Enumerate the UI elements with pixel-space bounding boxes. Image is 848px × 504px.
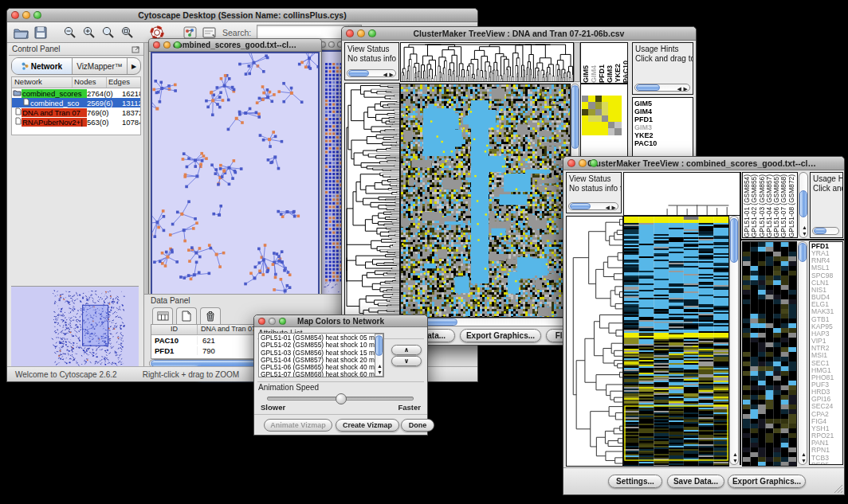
import-network-icon[interactable]: [183, 26, 197, 39]
tv1-row-label[interactable]: PFD1: [634, 115, 693, 123]
tv1-heatmap[interactable]: [400, 84, 571, 318]
close-button[interactable]: [153, 41, 160, 49]
folder-icon: [12, 89, 22, 98]
tv1-column-label[interactable]: PFD1: [599, 64, 606, 83]
tv1-hints-hscrollbar[interactable]: ◀▶: [634, 84, 690, 92]
tv2-column-dendrogram[interactable]: [623, 172, 741, 216]
tv2-heatmap[interactable]: [623, 216, 729, 467]
tv1-row-label[interactable]: GIM5: [634, 100, 693, 107]
mini-heatmap-cell: [614, 115, 621, 122]
tv1-row-label[interactable]: GIM3: [634, 123, 693, 131]
tv1-column-label[interactable]: GIM5: [583, 65, 590, 83]
tv1-mini-heatmap[interactable]: [582, 96, 622, 135]
zoom-out-icon[interactable]: [63, 25, 77, 39]
zoom-button[interactable]: [279, 318, 286, 325]
tv2-secondary-heatmap[interactable]: [742, 241, 797, 467]
resize-grip[interactable]: [834, 484, 843, 494]
col-nodes[interactable]: Nodes: [73, 77, 107, 88]
tv1-column-label[interactable]: PAC10: [622, 61, 628, 83]
minimize-button[interactable]: [269, 318, 276, 325]
col-network[interactable]: Network: [12, 77, 73, 88]
tv2-labels-vscrollbar[interactable]: ▲▼: [799, 172, 808, 238]
tv2-save-data-button[interactable]: Save Data...: [667, 475, 724, 488]
attribute-listbox: GPL51-01 (GSM854) heat shock 05 minGPL51…: [258, 333, 384, 377]
tv2-settings-button[interactable]: Settings...: [608, 475, 662, 488]
network-table-row[interactable]: combined_sco2569(6)13112(15): [12, 98, 140, 107]
help-lifering-icon[interactable]: [150, 25, 164, 40]
tv2-status-hscrollbar[interactable]: ◀▶: [568, 202, 618, 210]
zoom-fit-icon[interactable]: [120, 25, 134, 39]
network-table: Network Nodes Edges combined_scores2764(…: [11, 76, 141, 135]
tab-overflow-arrow[interactable]: ▶: [127, 58, 140, 74]
tv1-row-label[interactable]: GIM4: [634, 107, 693, 115]
zoom-in-icon[interactable]: [82, 25, 96, 39]
mini-heatmap-cell: [595, 115, 602, 122]
move-down-button[interactable]: ∨: [391, 356, 422, 366]
open-folder-icon[interactable]: [14, 26, 29, 39]
network-table-row[interactable]: RNAPuberNov2+|563(0)107847(0): [12, 117, 140, 127]
create-vizmap-button[interactable]: Create Vizmap: [336, 419, 399, 432]
zoom-button[interactable]: [33, 11, 41, 19]
minimize-button[interactable]: [579, 159, 587, 167]
tv2-genes-vscrollbar[interactable]: ▲▼: [798, 241, 807, 465]
close-button[interactable]: [258, 318, 265, 325]
main-window-controls[interactable]: [11, 11, 41, 19]
done-button[interactable]: Done: [401, 419, 434, 432]
new-attribute-icon[interactable]: [176, 307, 197, 324]
animation-slider[interactable]: [267, 397, 414, 400]
delete-attribute-icon[interactable]: [200, 307, 221, 324]
animate-vizmap-button[interactable]: Animate Vizmap: [264, 419, 332, 432]
tv2-export-graphics-button[interactable]: Export Graphics...: [728, 475, 806, 488]
minimize-button[interactable]: [328, 41, 335, 48]
tv2-column-label[interactable]: GPL51-02 (GSM855): [751, 174, 758, 237]
treeview1-title-bar[interactable]: ClusterMaker TreeView : DNA and Tran 07-…: [342, 27, 696, 41]
annotation-icon[interactable]: [202, 26, 217, 39]
tab-vizmapper[interactable]: VizMapper™: [73, 58, 127, 74]
network-table-row[interactable]: combined_scores2764(0)16218(0): [12, 88, 140, 98]
minimize-button[interactable]: [357, 29, 365, 37]
tv1-column-dendrogram[interactable]: [400, 42, 574, 82]
network-canvas[interactable]: [152, 53, 318, 300]
mini-heatmap-cell: [582, 115, 588, 122]
close-button[interactable]: [346, 29, 354, 37]
network-view-title: combined_scores_good.txt--cluste...: [173, 41, 297, 49]
minimize-button[interactable]: [22, 11, 30, 19]
slider-thumb[interactable]: [336, 393, 347, 404]
close-button[interactable]: [567, 159, 575, 167]
tv1-row-label[interactable]: YKE2: [634, 131, 693, 139]
tv2-column-label[interactable]: GPL51-08 (GSM872): [788, 174, 795, 237]
col-edges[interactable]: Edges: [107, 77, 140, 88]
float-panel-icon[interactable]: [132, 45, 140, 53]
tv1-row-label[interactable]: PAC10: [634, 139, 693, 147]
network-table-row[interactable]: DNA and Tran 07769(0)183728(0): [12, 107, 140, 117]
tv2-row-dendrogram[interactable]: [566, 216, 623, 467]
mini-heatmap-cell: [588, 102, 595, 108]
tv1-column-label[interactable]: GIM4: [591, 65, 598, 83]
tv1-row-dendrogram[interactable]: [344, 83, 400, 318]
tab-network[interactable]: Network: [12, 58, 73, 74]
close-button[interactable]: [11, 11, 19, 19]
attribute-table-icon[interactable]: [152, 307, 173, 324]
zoom-button[interactable]: [368, 29, 376, 37]
move-up-button[interactable]: ∧: [391, 345, 422, 355]
attribute-list-vscrollbar[interactable]: ▲▼: [375, 334, 383, 377]
birdseye-view[interactable]: [11, 286, 139, 371]
minimize-button[interactable]: [163, 41, 171, 49]
tv1-status-hscrollbar[interactable]: ◀▶: [347, 69, 396, 77]
zoom-selected-icon[interactable]: [101, 25, 115, 39]
attribute-list-item[interactable]: GPL51-07 (GSM868) heat shock 60 min: [261, 371, 382, 377]
tv1-export-graphics-button[interactable]: Export Graphics...: [460, 329, 541, 342]
data-col-id[interactable]: ID: [151, 325, 198, 334]
save-icon[interactable]: [34, 26, 47, 39]
main-title-bar[interactable]: Cytoscape Desktop (Session Name: collins…: [7, 9, 477, 22]
dialog-title-bar[interactable]: Map Colors to Network: [254, 315, 427, 327]
zoom-button[interactable]: [174, 41, 181, 49]
tv2-heatmap-vscrollbar[interactable]: ▲▼: [729, 216, 739, 465]
tv2-hints-hscrollbar[interactable]: [812, 227, 839, 235]
tv1-column-label[interactable]: GIM3: [607, 65, 614, 83]
treeview2-title-bar[interactable]: ClusterMaker TreeView : combined_scores_…: [563, 157, 844, 170]
tv1-column-label[interactable]: YKE2: [614, 64, 622, 83]
search-input[interactable]: [257, 25, 348, 39]
tv2-gene-label[interactable]: PEP5: [811, 462, 842, 465]
zoom-button[interactable]: [590, 159, 598, 167]
